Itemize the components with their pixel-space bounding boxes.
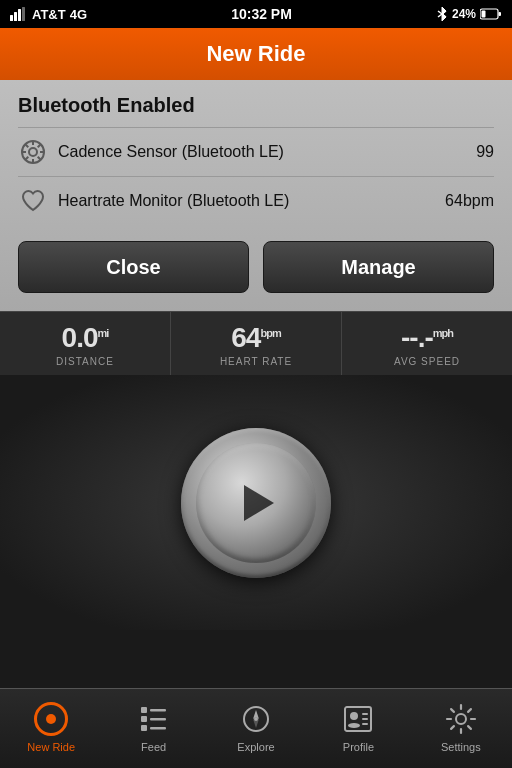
main-area bbox=[0, 375, 512, 630]
svg-line-40 bbox=[451, 709, 454, 712]
svg-point-35 bbox=[456, 714, 466, 724]
svg-line-18 bbox=[26, 157, 29, 160]
tab-new-ride-label: New Ride bbox=[27, 741, 75, 753]
settings-tab-icon bbox=[443, 701, 479, 737]
start-ride-button[interactable] bbox=[181, 428, 331, 578]
carrier-info: AT&T 4G bbox=[10, 7, 87, 22]
svg-rect-24 bbox=[150, 727, 166, 730]
bluetooth-status-icon bbox=[436, 6, 448, 22]
signal-icon bbox=[10, 7, 28, 21]
feed-icon bbox=[139, 705, 169, 733]
explore-compass-icon bbox=[241, 704, 271, 734]
heart-rate-stat: 64bpm HEART RATE bbox=[171, 312, 342, 375]
bluetooth-actions: Close Manage bbox=[18, 241, 494, 293]
svg-line-41 bbox=[468, 726, 471, 729]
heartrate-sensor-icon bbox=[21, 190, 45, 212]
profile-icon bbox=[343, 705, 373, 733]
bluetooth-title: Bluetooth Enabled bbox=[18, 94, 494, 117]
gear-icon bbox=[445, 703, 477, 735]
play-button-inner bbox=[196, 443, 316, 563]
status-right-group: 24% bbox=[436, 6, 502, 22]
bluetooth-panel: Bluetooth Enabled Cadence Sensor (Blueto… bbox=[0, 80, 512, 311]
svg-line-17 bbox=[38, 145, 41, 148]
distance-stat: 0.0mi DISTANCE bbox=[0, 312, 171, 375]
battery-icon bbox=[480, 8, 502, 20]
svg-rect-20 bbox=[150, 709, 166, 712]
new-ride-tab-icon bbox=[33, 701, 69, 737]
svg-rect-2 bbox=[18, 9, 21, 21]
tab-profile-label: Profile bbox=[343, 741, 374, 753]
explore-tab-icon bbox=[238, 701, 274, 737]
svg-rect-34 bbox=[362, 723, 368, 725]
heart-rate-label: HEART RATE bbox=[220, 356, 292, 367]
avg-speed-value: --.-mph bbox=[401, 322, 453, 354]
svg-rect-32 bbox=[362, 713, 368, 715]
profile-tab-icon bbox=[340, 701, 376, 737]
tab-feed[interactable]: Feed bbox=[102, 689, 204, 768]
avg-speed-stat: --.-mph AVG SPEED bbox=[342, 312, 512, 375]
svg-rect-1 bbox=[14, 12, 17, 21]
carrier-name: AT&T bbox=[32, 7, 66, 22]
status-bar: AT&T 4G 10:32 PM 24% bbox=[0, 0, 512, 28]
svg-rect-33 bbox=[362, 718, 368, 720]
svg-point-30 bbox=[350, 712, 358, 720]
svg-rect-3 bbox=[22, 7, 25, 21]
stats-row: 0.0mi DISTANCE 64bpm HEART RATE --.-mph … bbox=[0, 311, 512, 375]
cadence-sensor-icon bbox=[20, 139, 46, 165]
svg-rect-22 bbox=[150, 718, 166, 721]
tab-new-ride[interactable]: New Ride bbox=[0, 689, 102, 768]
tab-settings[interactable]: Settings bbox=[410, 689, 512, 768]
cadence-sensor-value: 99 bbox=[476, 143, 494, 161]
svg-rect-7 bbox=[499, 12, 502, 16]
svg-rect-0 bbox=[10, 15, 13, 21]
tab-profile[interactable]: Profile bbox=[307, 689, 409, 768]
cadence-sensor-row: Cadence Sensor (Bluetooth LE) 99 bbox=[18, 127, 494, 176]
heartrate-sensor-name: Heartrate Monitor (Bluetooth LE) bbox=[58, 192, 445, 210]
heartrate-sensor-value: 64bpm bbox=[445, 192, 494, 210]
status-time: 10:32 PM bbox=[231, 6, 292, 22]
svg-line-15 bbox=[26, 145, 29, 148]
battery-percent: 24% bbox=[452, 7, 476, 21]
play-triangle-icon bbox=[244, 485, 274, 521]
manage-button[interactable]: Manage bbox=[263, 241, 494, 293]
heart-icon bbox=[18, 186, 48, 216]
avg-speed-label: AVG SPEED bbox=[394, 356, 460, 367]
network-type: 4G bbox=[70, 7, 87, 22]
svg-line-43 bbox=[451, 726, 454, 729]
tab-explore-label: Explore bbox=[237, 741, 274, 753]
tab-bar: New Ride Feed Explore bbox=[0, 688, 512, 768]
svg-rect-21 bbox=[141, 716, 147, 722]
distance-label: DISTANCE bbox=[56, 356, 114, 367]
tab-settings-label: Settings bbox=[441, 741, 481, 753]
heartrate-sensor-row: Heartrate Monitor (Bluetooth LE) 64bpm bbox=[18, 176, 494, 225]
close-button[interactable]: Close bbox=[18, 241, 249, 293]
svg-rect-19 bbox=[141, 707, 147, 713]
tab-explore[interactable]: Explore bbox=[205, 689, 307, 768]
feed-tab-icon bbox=[136, 701, 172, 737]
svg-line-42 bbox=[468, 709, 471, 712]
heart-rate-value: 64bpm bbox=[231, 322, 280, 354]
tab-feed-label: Feed bbox=[141, 741, 166, 753]
svg-rect-23 bbox=[141, 725, 147, 731]
cadence-icon bbox=[18, 137, 48, 167]
page-title: New Ride bbox=[206, 41, 305, 67]
page-header: New Ride bbox=[0, 28, 512, 80]
svg-point-10 bbox=[29, 148, 37, 156]
svg-rect-31 bbox=[348, 723, 360, 728]
distance-value: 0.0mi bbox=[62, 322, 109, 354]
new-ride-icon bbox=[34, 702, 68, 736]
svg-line-16 bbox=[38, 157, 41, 160]
svg-rect-8 bbox=[482, 11, 486, 18]
svg-point-28 bbox=[254, 717, 258, 721]
cadence-sensor-name: Cadence Sensor (Bluetooth LE) bbox=[58, 143, 476, 161]
